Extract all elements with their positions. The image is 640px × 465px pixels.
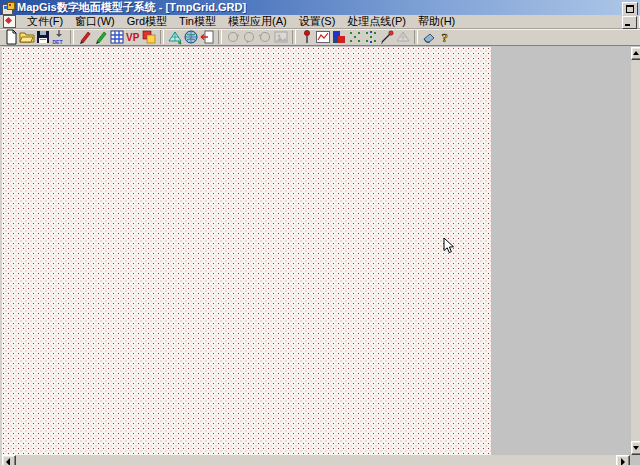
menu-process-points[interactable]: 处理点线(P): [341, 15, 412, 28]
export-page-icon: [199, 29, 215, 45]
restore-icon: [626, 5, 634, 13]
rotate-view-icon: [257, 29, 273, 45]
help-button[interactable]: ?: [437, 29, 453, 45]
load-det-button[interactable]: DET: [51, 29, 67, 45]
scatter-points-button[interactable]: [347, 29, 363, 45]
new-document-button[interactable]: [3, 29, 19, 45]
grid-table-icon: [109, 29, 125, 45]
rotate-view-1-button[interactable]: [225, 29, 241, 45]
horizontal-scrollbar[interactable]: [2, 455, 630, 465]
save-file-button[interactable]: [35, 29, 51, 45]
svg-text:?: ?: [442, 30, 449, 45]
toolbar: DET VP: [0, 29, 640, 46]
rotate-view-2-button[interactable]: [241, 29, 257, 45]
left-arrow-icon: [6, 458, 10, 465]
image-view-icon: [273, 29, 289, 45]
eraser-icon: [421, 29, 437, 45]
right-arrow-icon: [621, 458, 625, 465]
app-window: MapGis数字地面模型子系统 - [TmpGrid.GRD] 文件(F) 窗口…: [0, 0, 640, 465]
up-arrow-icon: [633, 51, 639, 55]
globe-view-button[interactable]: [183, 29, 199, 45]
scatter-points-2-icon: [363, 29, 379, 45]
mesh-disabled-button[interactable]: [395, 29, 411, 45]
toolbar-separator: [292, 30, 296, 44]
save-icon: [35, 29, 51, 45]
rotate-view-icon: [241, 29, 257, 45]
profile-chart-button[interactable]: [315, 29, 331, 45]
window-controls: [622, 2, 640, 16]
green-pen-button[interactable]: [93, 29, 109, 45]
svg-text:VP: VP: [126, 32, 140, 43]
new-document-icon: [3, 29, 19, 45]
mdi-window-controls: [622, 16, 640, 29]
grid-table-button[interactable]: [109, 29, 125, 45]
pushpin-icon: [299, 29, 315, 45]
open-folder-icon: [19, 29, 35, 45]
document-icon[interactable]: [3, 15, 16, 28]
vertical-scrollbar[interactable]: [631, 47, 640, 455]
toolbar-separator: [160, 30, 164, 44]
overlay-squares-icon: [141, 29, 157, 45]
help-icon: ?: [437, 29, 453, 45]
overlay-squares-button[interactable]: [141, 29, 157, 45]
load-det-icon: DET: [51, 29, 67, 45]
red-pen-button[interactable]: [77, 29, 93, 45]
svg-text:DET: DET: [53, 39, 63, 45]
app-icon: [2, 2, 14, 14]
mesh-view-icon: [167, 29, 183, 45]
image-view-button[interactable]: [273, 29, 289, 45]
green-pen-icon: [93, 29, 109, 45]
scroll-right-button[interactable]: [616, 455, 630, 465]
color-blocks-button[interactable]: [331, 29, 347, 45]
vp-view-button[interactable]: VP: [125, 29, 141, 45]
window-title: MapGis数字地面模型子系统 - [TmpGrid.GRD]: [17, 0, 246, 15]
scroll-left-button[interactable]: [2, 455, 16, 465]
export-view-button[interactable]: [199, 29, 215, 45]
title-bar: MapGis数字地面模型子系统 - [TmpGrid.GRD]: [0, 0, 640, 15]
scroll-down-button[interactable]: [631, 441, 640, 455]
menu-help[interactable]: 帮助(H): [412, 15, 461, 28]
menu-grd-model[interactable]: Grd模型: [121, 15, 173, 28]
menu-settings[interactable]: 设置(S): [293, 15, 342, 28]
eraser-button[interactable]: [421, 29, 437, 45]
digitize-pen-button[interactable]: [379, 29, 395, 45]
grd-point-canvas[interactable]: [2, 47, 491, 455]
menu-file[interactable]: 文件(F): [21, 15, 69, 28]
red-pen-icon: [77, 29, 93, 45]
restore-button[interactable]: [622, 2, 638, 16]
toolbar-separator: [414, 30, 418, 44]
vp-view-icon: VP: [125, 29, 141, 45]
rotate-view-3-button[interactable]: [257, 29, 273, 45]
profile-chart-icon: [315, 29, 331, 45]
scatter-points-2-button[interactable]: [363, 29, 379, 45]
scatter-points-icon: [347, 29, 363, 45]
down-arrow-icon: [633, 446, 639, 450]
menu-tin-model[interactable]: Tin模型: [173, 15, 222, 28]
scroll-up-button[interactable]: [631, 47, 640, 60]
workspace: [0, 46, 640, 465]
toolbar-separator: [218, 30, 222, 44]
minimize-icon: [625, 24, 630, 26]
globe-icon: [183, 29, 199, 45]
mesh-icon: [395, 29, 411, 45]
menu-window[interactable]: 窗口(W): [69, 15, 121, 28]
mdi-minimize-button[interactable]: [622, 16, 637, 29]
open-file-button[interactable]: [19, 29, 35, 45]
menu-bar: 文件(F) 窗口(W) Grd模型 Tin模型 模型应用(A) 设置(S) 处理…: [0, 15, 640, 29]
digitize-pen-icon: [379, 29, 395, 45]
color-blocks-icon: [331, 29, 347, 45]
toolbar-separator: [70, 30, 74, 44]
pushpin-button[interactable]: [299, 29, 315, 45]
mesh-view-button[interactable]: [167, 29, 183, 45]
menu-model-apply[interactable]: 模型应用(A): [222, 15, 293, 28]
rotate-view-icon: [225, 29, 241, 45]
